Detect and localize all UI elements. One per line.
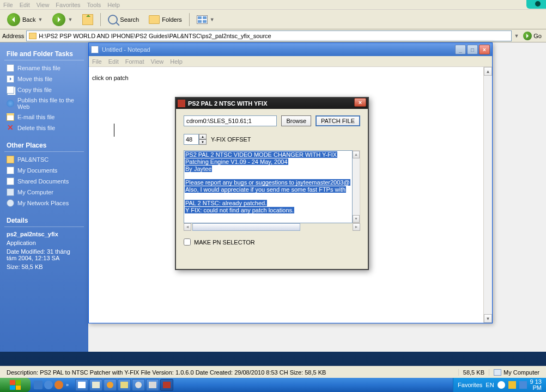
task-button[interactable] — [89, 379, 102, 391]
pn-selector-checkbox[interactable] — [184, 238, 191, 246]
notepad-titlebar[interactable]: Untitled - Notepad _ □ × — [89, 43, 492, 56]
task-button[interactable] — [104, 379, 117, 391]
np-menu-help[interactable]: Help — [170, 58, 183, 65]
tray-icon[interactable] — [508, 381, 516, 389]
sidebar-task-item[interactable]: Move this file — [4, 74, 84, 84]
task-icon: ✕ — [7, 124, 14, 132]
place-label: Shared Documents — [17, 178, 69, 185]
menu-edit[interactable]: Edit — [20, 2, 30, 8]
log-line: Y FIX: could not find any patch location… — [185, 207, 294, 213]
scroll-right-icon[interactable]: ► — [353, 223, 360, 231]
minimize-button[interactable]: _ — [455, 45, 466, 54]
forward-dropdown-icon[interactable]: ▼ — [68, 17, 72, 22]
browse-button[interactable]: Browse — [281, 115, 311, 126]
tray-language[interactable]: EN — [486, 382, 494, 388]
offset-input[interactable] — [184, 134, 199, 145]
task-icon — [7, 75, 14, 83]
scroll-down-icon[interactable]: ▼ — [484, 314, 492, 323]
forward-button[interactable]: ▼ — [48, 11, 76, 28]
np-menu-edit[interactable]: Edit — [108, 58, 119, 65]
tasks-header: File and Folder Tasks — [4, 48, 84, 60]
address-field[interactable]: H:\PS2 PSP WORLD AND IPHONE\PS2 Guides\P… — [26, 30, 512, 41]
toolbar-separator — [189, 13, 190, 26]
menu-file[interactable]: File — [3, 2, 13, 8]
task-icon — [7, 86, 14, 94]
task-button[interactable] — [75, 379, 88, 391]
go-label: Go — [533, 33, 542, 39]
views-dropdown-icon[interactable]: ▼ — [210, 17, 215, 22]
search-button[interactable]: Search — [104, 13, 143, 27]
notepad-text: click on patch — [92, 75, 129, 81]
task-button[interactable] — [118, 379, 131, 391]
task-button[interactable] — [146, 379, 159, 391]
tray-clock[interactable]: 9 13PM — [530, 379, 542, 391]
notepad-title: Untitled - Notepad — [102, 46, 452, 53]
maximize-button[interactable]: □ — [467, 45, 478, 54]
back-label: Back — [22, 16, 35, 23]
patcher-titlebar[interactable]: PS2 PAL 2 NTSC WITH YFIX × — [176, 98, 368, 109]
menu-help[interactable]: Help — [107, 2, 120, 8]
start-button[interactable] — [0, 378, 31, 392]
scroll-up-icon[interactable]: ▲ — [484, 67, 492, 76]
ql-firefox-icon[interactable] — [54, 381, 63, 389]
task-icon — [7, 100, 14, 107]
sidebar-place-item[interactable]: My Documents — [4, 166, 84, 175]
spinner-up-button[interactable]: ▲ — [199, 134, 207, 139]
sidebar-place-item[interactable]: Shared Documents — [4, 176, 84, 186]
go-arrow-icon — [523, 32, 532, 40]
np-menu-format[interactable]: Format — [125, 58, 144, 65]
scroll-thumb[interactable] — [192, 223, 300, 231]
status-bar: Description: PS2 PAL to NTSC Patcher wit… — [0, 366, 546, 378]
sidebar-place-item[interactable]: PAL&NTSC — [4, 155, 84, 164]
np-menu-view[interactable]: View — [151, 58, 164, 65]
scroll-track[interactable] — [301, 223, 353, 231]
go-button[interactable]: Go — [521, 30, 544, 41]
place-label: My Network Places — [17, 200, 69, 206]
sidebar-task-item[interactable]: E-mail this file — [4, 112, 84, 122]
log-line: PAL 2 NTSC: already patched. — [185, 200, 267, 206]
sidebar-place-item[interactable]: My Network Places — [4, 198, 84, 208]
menu-favorites[interactable]: Favorites — [56, 2, 80, 8]
folders-button[interactable]: Folders — [145, 13, 186, 26]
log-scrollbar-horizontal[interactable]: ◄ ► — [184, 223, 360, 231]
sidebar-task-item[interactable]: Rename this file — [4, 63, 84, 73]
back-button[interactable]: Back ▼ — [3, 11, 46, 28]
ql-expand-icon[interactable]: » — [65, 382, 70, 388]
views-button[interactable]: ▼ — [193, 13, 219, 26]
task-button[interactable] — [132, 379, 145, 391]
close-button[interactable]: × — [479, 45, 490, 54]
menu-view[interactable]: View — [37, 2, 50, 8]
offset-label: Y-FIX OFFSET — [211, 136, 251, 143]
menu-tools[interactable]: Tools — [87, 2, 101, 8]
text-cursor — [114, 124, 114, 137]
log-textbox[interactable]: PS2 PAL 2 NTSC VIDEO MODE CHANGER WITH Y… — [184, 150, 353, 223]
scroll-down-icon[interactable]: ▼ — [353, 215, 360, 223]
address-bar: Address H:\PS2 PSP WORLD AND IPHONE\PS2 … — [0, 29, 546, 42]
address-dropdown-icon[interactable]: ▼ — [514, 33, 519, 39]
scroll-up-icon[interactable]: ▲ — [353, 151, 360, 158]
tray-icon[interactable] — [498, 381, 505, 389]
sidebar-task-item[interactable]: Copy this file — [4, 85, 84, 95]
up-button[interactable] — [78, 12, 97, 27]
ql-ie-icon[interactable] — [44, 381, 53, 389]
patch-file-button[interactable]: PATCH FILE — [316, 115, 360, 126]
status-location: My Computer — [489, 369, 544, 376]
scroll-left-icon[interactable]: ◄ — [184, 223, 191, 231]
patcher-close-button[interactable]: × — [354, 98, 366, 107]
tray-icon[interactable] — [519, 381, 527, 389]
sidebar-task-item[interactable]: Publish this file to the Web — [4, 96, 84, 111]
file-path-input[interactable] — [184, 115, 277, 126]
log-line: Please report any bugs or suggestions to… — [185, 179, 350, 186]
tray-favorites-label[interactable]: Favorites — [458, 382, 482, 388]
notepad-scrollbar-vertical[interactable]: ▲ ▼ — [483, 67, 492, 323]
task-button-active[interactable] — [160, 379, 173, 391]
log-scrollbar-vertical[interactable]: ▲ ▼ — [353, 150, 360, 223]
place-icon — [7, 199, 14, 207]
ql-show-desktop-icon[interactable] — [34, 381, 43, 389]
log-line: Also, I would appreciate if you send me … — [185, 186, 346, 193]
spinner-down-button[interactable]: ▼ — [199, 139, 207, 145]
sidebar-task-item[interactable]: ✕Delete this file — [4, 123, 84, 133]
sidebar-place-item[interactable]: My Computer — [4, 187, 84, 197]
np-menu-file[interactable]: File — [92, 58, 102, 65]
back-dropdown-icon[interactable]: ▼ — [38, 17, 43, 22]
